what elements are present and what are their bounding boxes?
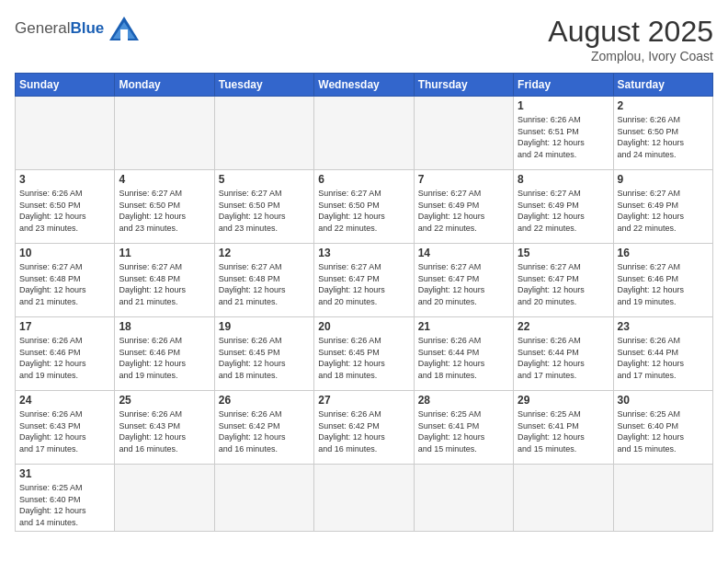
day-number: 19 [219,320,310,333]
day-info: Sunrise: 6:27 AM Sunset: 6:50 PM Dayligh… [119,188,210,234]
day-info: Sunrise: 6:26 AM Sunset: 6:43 PM Dayligh… [19,408,110,454]
cell-w3-d7: 16Sunrise: 6:27 AM Sunset: 6:46 PM Dayli… [613,244,712,317]
day-info: Sunrise: 6:26 AM Sunset: 6:46 PM Dayligh… [19,335,110,381]
cell-w1-d1 [16,97,115,170]
day-info: Sunrise: 6:26 AM Sunset: 6:43 PM Dayligh… [119,408,210,454]
cell-w4-d2: 18Sunrise: 6:26 AM Sunset: 6:46 PM Dayli… [115,317,214,391]
header-friday: Friday [514,74,613,97]
day-number: 18 [119,320,210,333]
day-info: Sunrise: 6:27 AM Sunset: 6:48 PM Dayligh… [219,261,310,307]
logo-blue-text: Blue [70,19,104,37]
cell-w4-d5: 21Sunrise: 6:26 AM Sunset: 6:44 PM Dayli… [414,317,513,391]
calendar-body: 1Sunrise: 6:26 AM Sunset: 6:51 PM Daylig… [16,97,713,532]
title-block: August 2025 Zomplou, Ivory Coast [548,15,713,63]
day-number: 12 [219,247,310,259]
calendar-subtitle: Zomplou, Ivory Coast [548,49,713,63]
cell-w2-d2: 4Sunrise: 6:27 AM Sunset: 6:50 PM Daylig… [115,170,214,244]
cell-w6-d7 [613,465,712,532]
day-info: Sunrise: 6:26 AM Sunset: 6:44 PM Dayligh… [418,335,509,381]
cell-w6-d2 [115,465,214,532]
week-row-1: 1Sunrise: 6:26 AM Sunset: 6:51 PM Daylig… [16,97,713,170]
day-number: 31 [19,467,110,480]
day-number: 15 [518,247,609,259]
day-number: 13 [318,247,409,259]
cell-w2-d7: 9Sunrise: 6:27 AM Sunset: 6:49 PM Daylig… [613,170,712,244]
cell-w3-d2: 11Sunrise: 6:27 AM Sunset: 6:48 PM Dayli… [115,244,214,317]
day-number: 27 [318,394,409,407]
day-number: 16 [618,247,709,259]
day-number: 2 [618,99,709,112]
cell-w3-d5: 14Sunrise: 6:27 AM Sunset: 6:47 PM Dayli… [414,244,513,317]
cell-w2-d5: 7Sunrise: 6:27 AM Sunset: 6:49 PM Daylig… [414,170,513,244]
day-info: Sunrise: 6:26 AM Sunset: 6:44 PM Dayligh… [618,335,709,381]
day-info: Sunrise: 6:26 AM Sunset: 6:45 PM Dayligh… [318,335,409,381]
cell-w1-d3 [214,97,313,170]
cell-w5-d2: 25Sunrise: 6:26 AM Sunset: 6:43 PM Dayli… [115,391,214,465]
day-number: 10 [19,247,110,259]
day-info: Sunrise: 6:25 AM Sunset: 6:40 PM Dayligh… [19,482,110,528]
week-row-5: 24Sunrise: 6:26 AM Sunset: 6:43 PM Dayli… [16,391,713,465]
cell-w5-d6: 29Sunrise: 6:25 AM Sunset: 6:41 PM Dayli… [514,391,613,465]
day-number: 26 [219,394,310,407]
day-number: 28 [418,394,509,407]
day-info: Sunrise: 6:27 AM Sunset: 6:46 PM Dayligh… [618,261,709,307]
weekday-header-row: Sunday Monday Tuesday Wednesday Thursday… [16,74,713,97]
cell-w1-d5 [414,97,513,170]
svg-rect-2 [120,29,128,40]
logo-general-text: General [15,19,70,37]
day-info: Sunrise: 6:27 AM Sunset: 6:50 PM Dayligh… [318,188,409,234]
week-row-3: 10Sunrise: 6:27 AM Sunset: 6:48 PM Dayli… [16,244,713,317]
day-number: 25 [119,394,210,407]
day-info: Sunrise: 6:26 AM Sunset: 6:44 PM Dayligh… [518,335,609,381]
day-info: Sunrise: 6:27 AM Sunset: 6:47 PM Dayligh… [318,261,409,307]
day-number: 8 [518,173,609,186]
cell-w4-d1: 17Sunrise: 6:26 AM Sunset: 6:46 PM Dayli… [16,317,115,391]
cell-w6-d4 [314,465,414,532]
day-number: 23 [618,320,709,333]
header-sunday: Sunday [16,74,115,97]
calendar-table: Sunday Monday Tuesday Wednesday Thursday… [15,73,713,532]
day-number: 4 [119,173,210,186]
header-thursday: Thursday [414,74,513,97]
header-tuesday: Tuesday [214,74,313,97]
cell-w3-d6: 15Sunrise: 6:27 AM Sunset: 6:47 PM Dayli… [514,244,613,317]
day-number: 21 [418,320,509,333]
day-info: Sunrise: 6:27 AM Sunset: 6:48 PM Dayligh… [19,261,110,307]
day-info: Sunrise: 6:27 AM Sunset: 6:48 PM Dayligh… [119,261,210,307]
day-number: 17 [19,320,110,333]
day-number: 11 [119,247,210,259]
week-row-6: 31Sunrise: 6:25 AM Sunset: 6:40 PM Dayli… [16,465,713,532]
day-info: Sunrise: 6:27 AM Sunset: 6:47 PM Dayligh… [418,261,509,307]
page: GeneralBlue August 2025 Zomplou, Ivory C… [0,0,728,563]
cell-w4-d6: 22Sunrise: 6:26 AM Sunset: 6:44 PM Dayli… [514,317,613,391]
header: GeneralBlue August 2025 Zomplou, Ivory C… [15,15,713,63]
day-number: 30 [618,394,709,407]
cell-w1-d4 [314,97,414,170]
cell-w3-d4: 13Sunrise: 6:27 AM Sunset: 6:47 PM Dayli… [314,244,414,317]
day-number: 14 [418,247,509,259]
cell-w1-d7: 2Sunrise: 6:26 AM Sunset: 6:50 PM Daylig… [613,97,712,170]
day-info: Sunrise: 6:27 AM Sunset: 6:49 PM Dayligh… [518,188,609,234]
day-number: 29 [518,394,609,407]
calendar-title: August 2025 [548,15,713,49]
day-number: 1 [518,99,609,112]
day-info: Sunrise: 6:26 AM Sunset: 6:45 PM Dayligh… [219,335,310,381]
day-info: Sunrise: 6:27 AM Sunset: 6:49 PM Dayligh… [418,188,509,234]
cell-w5-d7: 30Sunrise: 6:25 AM Sunset: 6:40 PM Dayli… [613,391,712,465]
day-info: Sunrise: 6:25 AM Sunset: 6:41 PM Dayligh… [518,408,609,454]
day-info: Sunrise: 6:25 AM Sunset: 6:40 PM Dayligh… [618,408,709,454]
logo: GeneralBlue [15,15,141,42]
cell-w2-d4: 6Sunrise: 6:27 AM Sunset: 6:50 PM Daylig… [314,170,414,244]
cell-w4-d7: 23Sunrise: 6:26 AM Sunset: 6:44 PM Dayli… [613,317,712,391]
cell-w3-d3: 12Sunrise: 6:27 AM Sunset: 6:48 PM Dayli… [214,244,313,317]
cell-w2-d3: 5Sunrise: 6:27 AM Sunset: 6:50 PM Daylig… [214,170,313,244]
day-number: 7 [418,173,509,186]
cell-w4-d4: 20Sunrise: 6:26 AM Sunset: 6:45 PM Dayli… [314,317,414,391]
day-number: 9 [618,173,709,186]
day-info: Sunrise: 6:25 AM Sunset: 6:41 PM Dayligh… [418,408,509,454]
cell-w2-d1: 3Sunrise: 6:26 AM Sunset: 6:50 PM Daylig… [16,170,115,244]
day-number: 22 [518,320,609,333]
logo-icon [108,15,141,42]
day-number: 24 [19,394,110,407]
day-info: Sunrise: 6:27 AM Sunset: 6:50 PM Dayligh… [219,188,310,234]
